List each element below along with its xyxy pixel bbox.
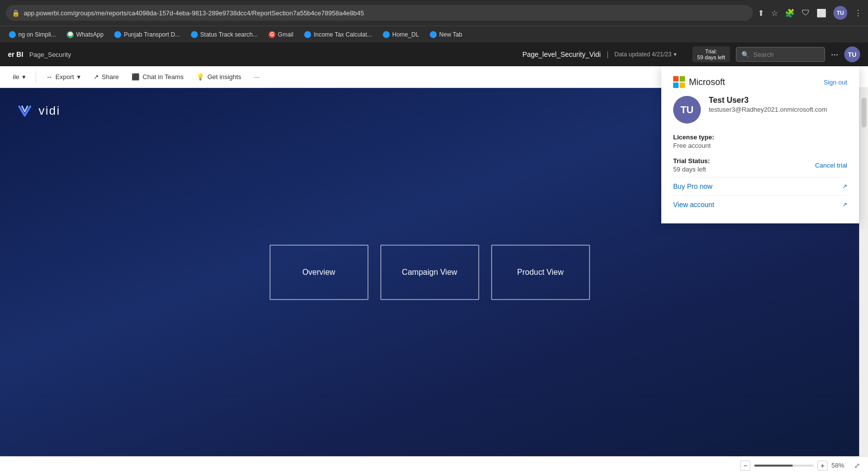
bookmark-status[interactable]: 🌐 Status Track search... xyxy=(187,30,262,40)
teams-icon: ⬛ xyxy=(132,73,139,81)
bookmark-bar: 🌐 ng on Simpli... 💬 WhatsApp 🌐 Punjab Tr… xyxy=(0,26,868,43)
microsoft-logo: Microsoft xyxy=(673,76,725,88)
export-label: Export xyxy=(55,73,74,81)
user-info-section: TU Test User3 testuser3@Radhey2021.onmic… xyxy=(673,96,847,124)
homedl-icon: 🌐 xyxy=(383,31,390,38)
bookmark-simplii[interactable]: 🌐 ng on Simpli... xyxy=(5,30,60,40)
address-bar[interactable]: 🔒 app.powerbi.com/groups/me/reports/ca40… xyxy=(6,5,753,21)
bookmark-icon[interactable]: ☆ xyxy=(771,8,778,18)
trial-days: 59 days left xyxy=(697,54,725,60)
bookmark-whatsapp-label: WhatsApp xyxy=(76,31,103,38)
zoom-slider[interactable] xyxy=(754,465,814,467)
separator: | xyxy=(607,50,609,58)
share-button[interactable]: ↗ Share xyxy=(89,71,124,83)
file-chevron-icon: ▾ xyxy=(22,73,26,81)
trial-info: Trial Status: 59 days left xyxy=(673,157,710,173)
bookmark-gmail-label: Gmail xyxy=(278,31,293,38)
bookmark-newtab[interactable]: 🌐 New Tab xyxy=(426,30,466,40)
bookmark-status-label: Status Track search... xyxy=(200,31,258,38)
bookmark-income-label: Income Tax Calculat... xyxy=(314,31,372,38)
insights-icon: 💡 xyxy=(196,73,204,81)
more-toolbar-button[interactable]: ··· xyxy=(249,71,265,83)
trial-days-value: 59 days left xyxy=(673,166,710,173)
url-text[interactable]: app.powerbi.com/groups/me/reports/ca4098… xyxy=(24,9,364,17)
chat-label: Chat in Teams xyxy=(142,73,183,81)
pbi-more-button[interactable]: ··· xyxy=(831,49,838,60)
share-label: Share xyxy=(102,73,119,81)
bookmark-gmail[interactable]: G Gmail xyxy=(265,30,297,40)
vidi-logo-icon xyxy=(16,102,34,120)
data-updated-label: Data updated 4/21/23 xyxy=(614,51,671,58)
search-icon: 🔍 xyxy=(741,51,749,58)
microsoft-header: Microsoft Sign out xyxy=(673,76,847,88)
bookmark-simplii-label: ng on Simpli... xyxy=(18,31,56,38)
ms-square-blue xyxy=(673,83,679,88)
user-avatar-large: TU xyxy=(673,96,701,124)
toolbar-separator-1 xyxy=(36,71,36,83)
overview-label: Overview xyxy=(302,268,335,277)
trial-badge: Trial: 59 days left xyxy=(692,46,730,62)
ms-square-green xyxy=(680,76,685,82)
fullscreen-button[interactable]: ⤢ xyxy=(854,462,860,470)
cancel-trial-button[interactable]: Cancel trial xyxy=(815,162,847,169)
buy-pro-label: Buy Pro now xyxy=(673,182,712,190)
more-options-icon[interactable]: ⋮ xyxy=(854,8,862,18)
product-view-card[interactable]: Product View xyxy=(491,245,590,300)
extensions-icon[interactable]: 🧩 xyxy=(785,8,795,18)
report-title-label: Page_level_Security_Vidi xyxy=(522,50,601,58)
product-view-label: Product View xyxy=(517,268,564,277)
ms-square-red xyxy=(673,76,679,82)
sign-out-button[interactable]: Sign out xyxy=(823,79,847,86)
get-insights-button[interactable]: 💡 Get insights xyxy=(191,71,246,83)
scrollbar-area xyxy=(859,88,868,456)
chevron-down-icon[interactable]: ▾ xyxy=(674,51,677,58)
license-type-value: Free account xyxy=(673,142,847,149)
ms-square-yellow xyxy=(680,83,685,88)
bookmark-punjab[interactable]: 🌐 Punjab Transport D... xyxy=(110,30,183,40)
bookmark-income[interactable]: 🌐 Income Tax Calculat... xyxy=(300,30,376,40)
buy-pro-link[interactable]: Buy Pro now ↗ xyxy=(673,177,847,195)
user-panel: Microsoft Sign out TU Test User3 testuse… xyxy=(661,66,859,223)
scrollbar-thumb[interactable] xyxy=(862,98,867,128)
zoom-slider-track xyxy=(754,465,793,467)
pbi-header: er BI Page_Security Page_level_Security_… xyxy=(0,43,868,66)
share-icon[interactable]: ⬆ xyxy=(758,8,764,18)
vidi-logo: vidi xyxy=(16,102,60,120)
punjab-icon: 🌐 xyxy=(114,31,121,38)
user-avatar-button[interactable]: TU xyxy=(844,46,860,62)
export-chevron-icon: ▾ xyxy=(77,73,81,81)
license-type-label: License type: xyxy=(673,133,847,141)
status-icon: 🌐 xyxy=(191,31,198,38)
bottom-bar: − + 58% ⤢ xyxy=(0,456,868,474)
zoom-in-button[interactable]: + xyxy=(818,461,827,471)
chat-in-teams-button[interactable]: ⬛ Chat in Teams xyxy=(127,71,188,83)
bookmark-whatsapp[interactable]: 💬 WhatsApp xyxy=(63,30,107,40)
split-view-icon[interactable]: ⬜ xyxy=(817,8,826,18)
buy-pro-external-icon: ↗ xyxy=(842,183,847,190)
trial-status-label: Trial Status: xyxy=(673,157,710,165)
share-icon: ↗ xyxy=(93,73,99,81)
overview-card[interactable]: Overview xyxy=(270,245,368,300)
file-button[interactable]: ile ▾ xyxy=(8,71,31,83)
pbi-brand-label: er BI xyxy=(8,50,23,58)
pbi-page-security-label: Page_Security xyxy=(29,51,71,58)
bookmark-punjab-label: Punjab Transport D... xyxy=(124,31,180,38)
more-icon: ··· xyxy=(254,73,260,81)
income-icon: 🌐 xyxy=(304,31,311,38)
shield-icon[interactable]: 🛡 xyxy=(802,8,810,17)
bookmark-newtab-label: New Tab xyxy=(439,31,462,38)
user-name: Test User3 xyxy=(709,96,847,105)
view-account-link[interactable]: View account ↗ xyxy=(673,195,847,214)
user-email: testuser3@Radhey2021.onmicrosoft.com xyxy=(709,106,847,113)
zoom-level-label: 58% xyxy=(831,462,844,469)
search-box[interactable]: 🔍 Search xyxy=(736,47,825,62)
user-details: Test User3 testuser3@Radhey2021.onmicros… xyxy=(709,96,847,113)
file-label: ile xyxy=(13,73,19,81)
zoom-out-button[interactable]: − xyxy=(740,461,750,471)
campaign-view-card[interactable]: Campaign View xyxy=(380,245,479,300)
microsoft-logo-squares xyxy=(673,76,685,88)
browser-profile-avatar[interactable]: TU xyxy=(833,6,847,20)
bookmark-homedl[interactable]: 🌐 Home_DL xyxy=(379,30,423,40)
export-button[interactable]: ↔ Export ▾ xyxy=(41,71,86,83)
newtab-icon: 🌐 xyxy=(430,31,437,38)
